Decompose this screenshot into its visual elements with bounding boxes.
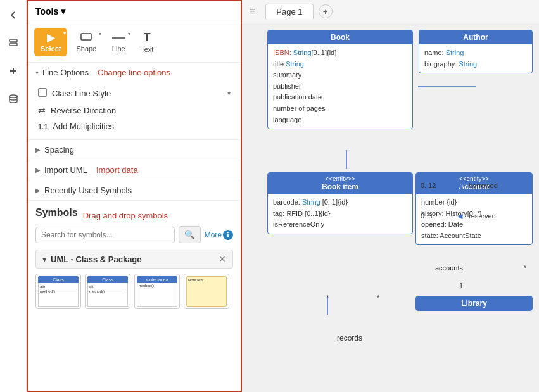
- line-options-content: Class Line Style ▾ ⇄ Reverse Direction 1…: [28, 82, 241, 139]
- class-thumb-header: Class: [38, 276, 79, 283]
- tools-title: Tools: [35, 6, 58, 16]
- interface-thumb[interactable]: «interface» method(): [134, 274, 180, 309]
- library-header: Library: [416, 296, 532, 310]
- book-attr-publisher: publisher: [273, 81, 407, 92]
- add-page-icon: +: [323, 7, 328, 16]
- recently-used-header[interactable]: ▶ Recently Used Symbols: [28, 180, 241, 200]
- line-options-header[interactable]: ▾ Line Options Change line options: [28, 63, 241, 82]
- add-multiplicities-label: Add Multiplicities: [53, 122, 114, 131]
- select-dropdown-icon: ▾: [63, 30, 66, 36]
- star-bottom1: *: [326, 294, 329, 301]
- uml-package-header[interactable]: ▾ UML - Class & Package ✕: [35, 250, 233, 269]
- recently-used-title: Recently Used Symbols: [44, 186, 132, 195]
- book-item-header: <<entity>> Book item: [268, 173, 412, 194]
- book-box[interactable]: Book ISBN: String[0..1]{id} title:String…: [267, 30, 413, 129]
- uml-package-chevron: ▾: [42, 255, 47, 264]
- records-label: records: [337, 334, 362, 343]
- class2-thumb-body: attr method(): [87, 283, 128, 307]
- more-button[interactable]: More ℹ: [205, 230, 233, 240]
- page-tab[interactable]: Page 1: [265, 4, 313, 19]
- book-item-header1: <<entity>>: [273, 175, 407, 182]
- class-line-style-icon: [38, 88, 47, 99]
- symbol-thumbnails: Class attr method() Class attr method() …: [35, 274, 233, 309]
- select-tool[interactable]: ▶ Select ▾: [34, 28, 67, 56]
- shape-label: Shape: [76, 45, 96, 53]
- canvas-content: Book ISBN: String[0..1]{id} title:String…: [242, 23, 539, 392]
- tools-header[interactable]: Tools ▾: [28, 1, 241, 22]
- book-body: ISBN: String[0..1]{id} title:String summ…: [268, 44, 412, 129]
- spacing-header[interactable]: ▶ Spacing: [28, 140, 241, 160]
- book-attr-isbn: ISBN: String[0..1]{id}: [273, 47, 407, 59]
- back-button[interactable]: [4, 6, 22, 24]
- line-options-title: Line Options: [42, 68, 89, 77]
- book-item-header2: Book item: [273, 182, 407, 191]
- account-attr-number: number {id}: [421, 197, 527, 208]
- class2-thumb[interactable]: Class attr method(): [85, 274, 130, 309]
- author-attr-name: name: String: [424, 47, 527, 59]
- book-item-box[interactable]: <<entity>> Book item barcode: String [0.…: [267, 172, 413, 234]
- shape-dropdown-icon: ▾: [99, 31, 101, 37]
- book-attr-lang: language: [273, 115, 407, 126]
- import-uml-header[interactable]: ▶ Import UML Import data: [28, 160, 241, 180]
- svg-rect-5: [39, 89, 46, 96]
- class-line-style-label: Class Line Style: [52, 89, 111, 98]
- tools-chevron: ▾: [61, 6, 65, 16]
- line-tool[interactable]: Line ▾: [105, 28, 132, 56]
- hamburger-button[interactable]: ≡: [250, 6, 255, 17]
- line-options-chevron: ▾: [35, 69, 39, 76]
- line-dropdown-icon: ▾: [128, 31, 130, 37]
- symbols-search-row: 🔍 More ℹ: [35, 226, 233, 243]
- library-box[interactable]: Library: [415, 296, 533, 311]
- book-attr-title: title:String: [273, 59, 407, 70]
- add-multiplicities-icon: 1.1: [38, 123, 48, 130]
- tools-toolbar: ▶ Select ▾ Shape ▾ Line ▾ T: [28, 22, 241, 63]
- database-icon[interactable]: [4, 90, 22, 108]
- class-thumb-body: attr method(): [38, 283, 79, 307]
- shape-icon: [80, 32, 92, 44]
- book-item-body: barcode: String [0..1]{id} tag: RFID [0.…: [268, 194, 412, 234]
- reverse-direction-row[interactable]: ⇄ Reverse Direction: [28, 102, 241, 118]
- book-header: Book: [268, 30, 412, 44]
- author-box[interactable]: Author name: String biography: String: [419, 30, 533, 73]
- author-attr-bio: biography: String: [424, 59, 527, 70]
- import-uml-title: Import UML: [44, 165, 87, 175]
- class-thumb[interactable]: Class attr method(): [35, 274, 81, 309]
- text-label: Text: [141, 46, 153, 53]
- search-input[interactable]: [35, 227, 175, 243]
- borrowed-left-label: 0. 12: [421, 182, 436, 189]
- line-label: Line: [112, 45, 125, 53]
- borrowed-label: borrowed: [469, 182, 498, 189]
- add-multiplicities-row[interactable]: 1.1 Add Multiplicities: [28, 118, 241, 134]
- add-icon[interactable]: [4, 62, 22, 80]
- more-info-icon: ℹ: [223, 230, 233, 240]
- import-uml-annotation: Import data: [96, 165, 138, 175]
- uml-package-close[interactable]: ✕: [219, 254, 226, 264]
- more-label: More: [205, 231, 222, 239]
- book-attr-summary: summary: [273, 70, 407, 81]
- author-body: name: String biography: String: [419, 44, 532, 73]
- add-page-button[interactable]: +: [319, 4, 333, 18]
- shape-tool[interactable]: Shape ▾: [70, 28, 103, 56]
- select-icon: ▶: [47, 32, 54, 44]
- class-line-style-chevron: ▾: [227, 90, 231, 97]
- interface-thumb-header: «interface»: [137, 276, 177, 283]
- class-line-style-row[interactable]: Class Line Style ▾: [28, 85, 241, 102]
- svg-point-2: [10, 95, 17, 98]
- reserved-arrow: ◀: [457, 212, 462, 220]
- reserved-label: reserved: [469, 212, 496, 220]
- search-icon: 🔍: [184, 230, 195, 239]
- note-thumb[interactable]: Note text: [184, 274, 229, 309]
- spacing-chevron: ▶: [35, 146, 41, 153]
- text-icon: T: [144, 31, 151, 44]
- svg-rect-3: [81, 34, 91, 40]
- layers-icon[interactable]: [4, 34, 22, 52]
- reverse-direction-icon: ⇄: [38, 105, 46, 115]
- text-tool[interactable]: T Text: [134, 27, 160, 57]
- account-attr-opened: opened: Date: [421, 219, 527, 231]
- reverse-direction-label: Reverse Direction: [51, 106, 116, 115]
- nav-sidebar: [0, 0, 27, 392]
- search-button[interactable]: 🔍: [179, 226, 201, 243]
- uml-package-title: UML - Class & Package: [51, 255, 219, 264]
- import-uml-section: ▶ Import UML Import data: [28, 160, 241, 180]
- accounts-label: accounts: [435, 264, 463, 272]
